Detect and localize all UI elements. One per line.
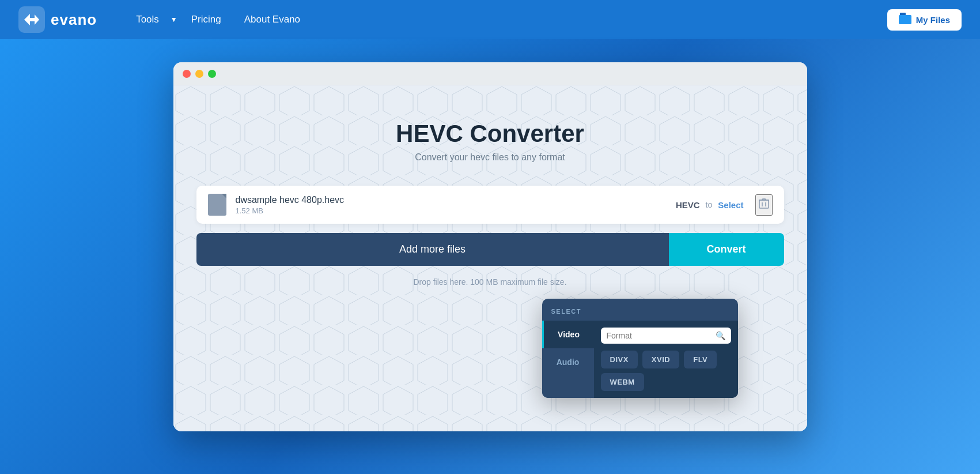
nav-tools-label: Tools xyxy=(127,9,168,30)
main-content: HEVC Converter Convert your hevc files t… xyxy=(0,39,980,454)
folder-icon xyxy=(899,15,911,24)
from-format: HEVC xyxy=(676,200,700,210)
my-files-label: My Files xyxy=(916,15,950,25)
file-size: 1.52 MB xyxy=(236,206,676,215)
nav-tools-item[interactable]: Tools ▼ xyxy=(127,9,177,30)
logo-icon xyxy=(18,6,45,33)
logo[interactable]: evano xyxy=(18,6,97,33)
drop-text: Drop files here. 100 MB maximum file siz… xyxy=(196,277,784,287)
svg-rect-1 xyxy=(759,200,769,208)
file-row: dwsample hevc 480p.hevc 1.52 MB HEVC to … xyxy=(196,186,784,224)
dropdown-body: Video Audio 🔍 DIVX xyxy=(542,321,738,398)
file-info: dwsample hevc 480p.hevc 1.52 MB xyxy=(236,195,676,215)
nav-about[interactable]: About Evano xyxy=(235,9,309,30)
close-dot xyxy=(183,70,191,78)
page-title: HEVC Converter xyxy=(196,120,784,148)
add-files-button[interactable]: Add more files xyxy=(196,233,669,266)
search-icon: 🔍 xyxy=(716,331,725,340)
convert-button[interactable]: Convert xyxy=(669,233,784,266)
dropdown-formats-area: 🔍 DIVX XVID FLV xyxy=(594,321,738,398)
minimize-dot xyxy=(195,70,203,78)
tools-chevron-icon: ▼ xyxy=(171,16,177,24)
my-files-button[interactable]: My Files xyxy=(887,9,962,31)
format-chip-divx[interactable]: DIVX xyxy=(601,351,638,368)
dropdown-header-label: SELECT xyxy=(551,308,581,315)
file-icon xyxy=(208,194,226,216)
maximize-dot xyxy=(208,70,216,78)
navbar: evano Tools ▼ Pricing About Evano My Fil… xyxy=(0,0,980,39)
nav-links: Tools ▼ Pricing About Evano xyxy=(127,9,869,30)
window-titlebar xyxy=(173,62,807,85)
app-window: HEVC Converter Convert your hevc files t… xyxy=(173,62,807,431)
format-chip-xvid[interactable]: XVID xyxy=(642,351,679,368)
convert-label: Convert xyxy=(706,243,746,255)
converter-title: HEVC Converter xyxy=(196,120,784,148)
file-name: dwsample hevc 480p.hevc xyxy=(236,195,676,205)
category-audio[interactable]: Audio xyxy=(542,348,594,376)
window-body: HEVC Converter Convert your hevc files t… xyxy=(173,85,807,431)
to-label: to xyxy=(706,200,713,209)
delete-file-button[interactable] xyxy=(755,194,773,216)
format-dropdown: SELECT Video Audio 🔍 xyxy=(542,299,738,398)
format-grid: DIVX XVID FLV WEBM xyxy=(601,351,731,391)
format-chip-flv[interactable]: FLV xyxy=(684,351,717,368)
category-video[interactable]: Video xyxy=(542,321,594,348)
dropdown-header: SELECT xyxy=(542,299,738,321)
select-format[interactable]: Select xyxy=(718,200,743,210)
buttons-row: Add more files Convert xyxy=(196,233,784,266)
format-search: 🔍 xyxy=(601,328,731,344)
nav-pricing[interactable]: Pricing xyxy=(182,9,230,30)
file-conversion: HEVC to Select xyxy=(676,200,744,210)
converter-subtitle: Convert your hevc files to any format xyxy=(196,152,784,163)
format-search-input[interactable] xyxy=(607,331,716,340)
dropdown-categories: Video Audio xyxy=(542,321,594,398)
logo-text: evano xyxy=(51,11,97,29)
format-chip-webm[interactable]: WEBM xyxy=(601,373,644,391)
trash-icon xyxy=(759,198,769,209)
